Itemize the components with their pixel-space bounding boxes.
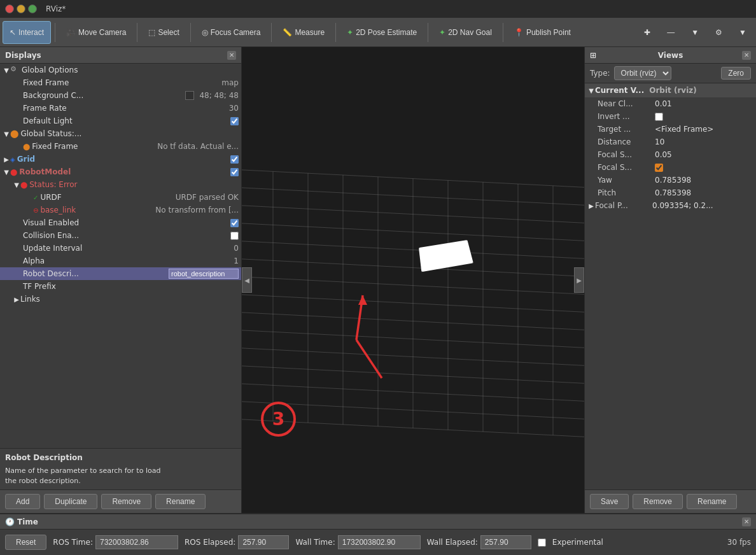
robot-desc-input[interactable] <box>169 269 239 279</box>
zero-button[interactable]: Zero <box>721 67 751 80</box>
robot-model-expand[interactable]: ▼ <box>3 168 10 176</box>
toolbar-right-controls[interactable]: ✚ — ▼ ⚙ ▼ <box>637 21 753 44</box>
global-status-row[interactable]: ▼ ⬤ Global Status:... <box>0 127 241 140</box>
distance-row[interactable]: Distance 10 <box>585 136 756 148</box>
near-clipping-row[interactable]: Near Cl... 0.01 <box>585 97 756 110</box>
minimize-button[interactable] <box>17 4 25 13</box>
focal-point-row[interactable]: ▶ Focal P... 0.093354; 0.2... <box>585 199 756 212</box>
reset-button[interactable]: Reset <box>5 535 46 550</box>
focal-scale-2-row[interactable]: Focal S... <box>585 161 756 174</box>
yaw-row[interactable]: Yaw 0.785398 <box>585 174 756 186</box>
collapse-left-button[interactable]: ◀ <box>242 267 252 293</box>
maximize-button[interactable] <box>28 4 37 13</box>
current-view-expand[interactable]: ▼ <box>587 87 595 94</box>
global-options-row[interactable]: ▼ ⚙ Global Options <box>0 64 241 76</box>
views-remove-button[interactable]: Remove <box>633 494 683 509</box>
views-bottom-buttons: Save Remove Rename <box>585 489 756 513</box>
ros-time-field: ROS Time: <box>53 535 178 549</box>
invert-checkbox[interactable] <box>655 113 663 121</box>
interact-button[interactable]: ↖ Interact <box>3 21 51 44</box>
add-toolbar-button[interactable]: ✚ <box>637 21 657 44</box>
time-close-button[interactable]: ✕ <box>742 517 751 526</box>
close-button[interactable] <box>5 4 14 13</box>
pose-estimate-button[interactable]: ✦ 2D Pose Estimate <box>340 21 424 44</box>
warning-icon: ⬤ <box>10 129 18 138</box>
grid-row[interactable]: ▶ ◈ Grid <box>0 153 241 165</box>
grid-label: Grid <box>17 155 228 164</box>
base-link-icon: ⊖ <box>33 207 38 214</box>
nav-goal-icon: ✦ <box>439 28 445 37</box>
publish-point-button[interactable]: 📍 Publish Point <box>507 21 578 44</box>
wall-elapsed-field: Wall Elapsed: <box>427 535 531 549</box>
visual-enabled-row[interactable]: Visual Enabled <box>0 216 241 229</box>
update-interval-label: Update Interval <box>23 244 231 253</box>
focal-scale-2-label: Focal S... <box>598 163 655 172</box>
views-rename-button[interactable]: Rename <box>687 494 737 509</box>
focus-camera-button[interactable]: ◎ Focus Camera <box>195 21 268 44</box>
default-light-checkbox[interactable] <box>230 117 239 125</box>
measure-button[interactable]: 📏 Measure <box>276 21 332 44</box>
status-error-expand[interactable]: ▼ <box>13 181 20 188</box>
grid-checkbox[interactable] <box>230 155 239 164</box>
tf-prefix-row[interactable]: TF Prefix <box>0 280 241 293</box>
target-value: <Fixed Frame> <box>655 125 753 134</box>
collapse-right-button[interactable]: ▶ <box>574 267 584 293</box>
duplicate-button[interactable]: Duplicate <box>44 494 97 509</box>
center-view[interactable]: ◀ ▶ 3 <box>242 47 584 513</box>
fixed-frame-status-row[interactable]: ⬤ Fixed Frame No tf data. Actual e... <box>0 140 241 153</box>
robot-desc-row[interactable]: Robot Descri... <box>0 267 241 280</box>
ros-time-input[interactable] <box>95 535 178 549</box>
nav-goal-button[interactable]: ✦ 2D Nav Goal <box>432 21 499 44</box>
experimental-checkbox[interactable] <box>538 538 546 547</box>
yaw-value: 0.785398 <box>655 176 753 185</box>
urdf-row[interactable]: ✓ URDF URDF parsed OK <box>0 191 241 204</box>
settings-toolbar-button[interactable]: ⚙ <box>708 21 729 44</box>
ros-elapsed-input[interactable] <box>238 535 289 549</box>
links-expand[interactable]: ▶ <box>13 295 20 303</box>
robot-model-row[interactable]: ▼ ⬤ RobotModel <box>0 165 241 178</box>
robot-model-checkbox[interactable] <box>230 168 239 176</box>
urdf-value: URDF parsed OK <box>176 193 239 202</box>
visual-enabled-checkbox[interactable] <box>230 219 239 227</box>
window-controls[interactable] <box>5 4 37 13</box>
rename-button[interactable]: Rename <box>155 494 206 509</box>
displays-close-button[interactable]: ✕ <box>227 51 236 60</box>
pitch-row[interactable]: Pitch 0.785398 <box>585 186 756 199</box>
type-select[interactable]: Orbit (rviz) <box>614 66 671 80</box>
frame-rate-row[interactable]: Frame Rate 30 <box>0 102 241 115</box>
remove-toolbar-button[interactable]: — <box>660 21 682 44</box>
views-close-button[interactable]: ✕ <box>742 51 751 60</box>
invert-row[interactable]: Invert ... <box>585 110 756 123</box>
status-error-row[interactable]: ▼ ⬤ Status: Error <box>0 178 241 191</box>
update-interval-row[interactable]: Update Interval 0 <box>0 242 241 255</box>
base-link-row[interactable]: ⊖ base_link No transform from [... <box>0 204 241 216</box>
focal-scale-2-checkbox[interactable] <box>655 164 663 172</box>
alpha-row[interactable]: Alpha 1 <box>0 255 241 267</box>
target-row[interactable]: Target ... <Fixed Frame> <box>585 123 756 136</box>
global-status-expand[interactable]: ▼ <box>3 130 10 137</box>
fixed-frame-row[interactable]: Fixed Frame map <box>0 76 241 89</box>
focal-scale-row[interactable]: Focal S... 0.05 <box>585 148 756 161</box>
target-label: Target ... <box>598 125 655 134</box>
move-camera-button[interactable]: 🎥 Move Camera <box>59 21 133 44</box>
views-save-button[interactable]: Save <box>590 494 629 509</box>
collision-enabled-row[interactable]: Collision Ena... <box>0 229 241 242</box>
default-light-row[interactable]: Default Light <box>0 115 241 127</box>
select-button[interactable]: ⬚ Select <box>141 21 186 44</box>
remove-button[interactable]: Remove <box>101 494 151 509</box>
global-options-expand[interactable]: ▼ <box>3 66 10 74</box>
focal-point-expand[interactable]: ▶ <box>587 202 595 209</box>
current-view-header[interactable]: ▼ Current V... Orbit (rviz) <box>585 83 756 97</box>
displays-tree[interactable]: ▼ ⚙ Global Options Fixed Frame map Backg… <box>0 64 241 448</box>
camera-toolbar-button[interactable]: ▼ <box>732 21 753 44</box>
more-toolbar-button[interactable]: ▼ <box>684 21 706 44</box>
wall-elapsed-input[interactable] <box>480 535 531 549</box>
robot-desc-label: Robot Descri... <box>23 269 169 278</box>
collision-enabled-checkbox[interactable] <box>230 232 239 240</box>
background-color-row[interactable]: Background C... 48; 48; 48 <box>0 89 241 102</box>
links-row[interactable]: ▶ Links <box>0 293 241 306</box>
default-light-label: Default Light <box>23 116 228 125</box>
grid-expand[interactable]: ▶ <box>3 155 10 163</box>
add-button[interactable]: Add <box>5 494 40 509</box>
wall-time-input[interactable] <box>338 535 421 549</box>
